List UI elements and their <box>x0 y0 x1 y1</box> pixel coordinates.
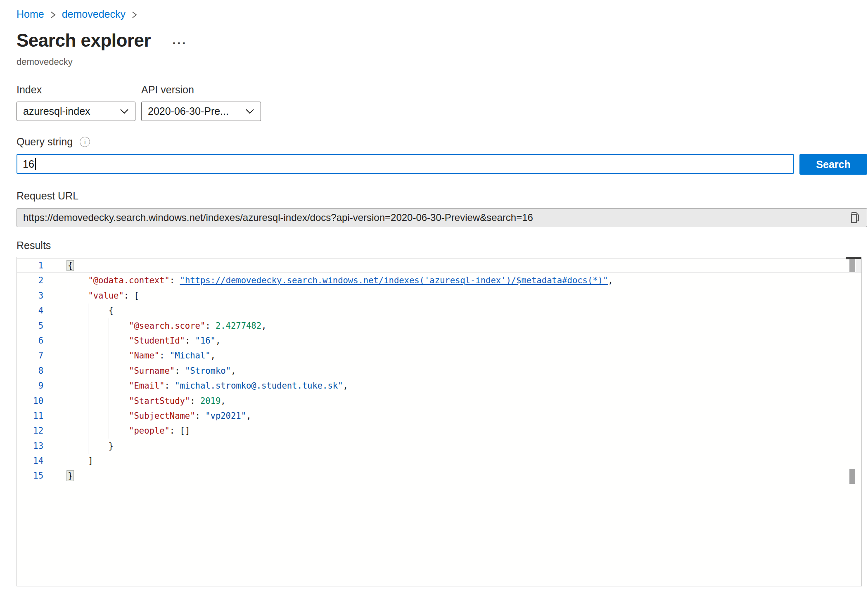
line-number: 11 <box>17 408 43 423</box>
copy-button[interactable] <box>850 211 861 224</box>
line-number: 6 <box>17 333 43 348</box>
code-token-string: "Michal" <box>170 351 211 361</box>
more-menu-icon[interactable]: ··· <box>172 41 187 45</box>
code-token-punct <box>68 366 129 376</box>
code-token-punct: : <box>195 411 206 421</box>
search-explorer-page: Home demovedecky Search explorer ··· dem… <box>0 0 868 586</box>
code-token-punct: , <box>608 275 613 285</box>
code-line: 1{ <box>17 258 861 273</box>
code-line: 11 "SubjectName": "vp2021", <box>17 408 861 423</box>
line-number: 5 <box>17 318 43 333</box>
index-select-value: azuresql-index <box>23 105 90 117</box>
code-line: 3 "value": [ <box>17 288 861 303</box>
code-token-punct <box>68 426 129 436</box>
code-token-key: "SubjectName" <box>129 411 195 421</box>
line-number: 10 <box>17 394 43 408</box>
code-token-punct: : <box>185 336 195 346</box>
api-version-label: API version <box>141 84 261 96</box>
query-section: Query string i 16 Search <box>17 136 867 175</box>
code-token-string: "michal.stromko@.student.tuke.sk" <box>175 381 343 391</box>
code-line: 15} <box>17 468 861 483</box>
line-code: "Surname": "Stromko", <box>43 363 236 378</box>
code-line: 8 "Surname": "Stromko", <box>17 363 861 378</box>
chevron-right-icon <box>50 11 56 19</box>
line-code: "Name": "Michal", <box>43 348 216 363</box>
code-token-key: "Name" <box>129 351 159 361</box>
indent-guide <box>88 304 88 454</box>
line-number: 14 <box>17 453 43 468</box>
api-version-select-value: 2020-06-30-Pre... <box>148 105 229 117</box>
code-token-punct <box>68 291 88 301</box>
code-token-punct: : <box>205 321 216 331</box>
results-section: Results 1{2 "@odata.context": "https://d… <box>17 240 867 586</box>
code-token-key: "value" <box>88 291 123 301</box>
code-token-punct <box>68 275 88 285</box>
index-field: Index azuresql-index <box>17 84 135 121</box>
search-button[interactable]: Search <box>799 154 867 175</box>
code-token-punct <box>68 396 129 406</box>
code-token-punct: { <box>68 306 114 315</box>
index-select[interactable]: azuresql-index <box>17 102 135 121</box>
text-cursor <box>35 158 36 170</box>
request-url-section: Request URL https://demovedecky.search.w… <box>17 190 867 227</box>
code-line: 12 "people": [] <box>17 423 861 438</box>
api-version-select[interactable]: 2020-06-30-Pre... <box>141 102 261 121</box>
code-token-punct: , <box>343 381 348 391</box>
code-token-punct: : <box>170 275 180 285</box>
code-token-punct <box>68 351 129 361</box>
chevron-down-icon <box>120 109 129 114</box>
code-token-string: "vp2021" <box>205 411 246 421</box>
query-input-value: 16 <box>23 158 34 170</box>
code-token-punct: } <box>68 441 114 451</box>
code-token-punct: : <box>159 351 170 361</box>
page-subtitle: demovedecky <box>17 57 867 67</box>
code-line: 6 "StudentId": "16", <box>17 333 861 348</box>
breadcrumb-home-link[interactable]: Home <box>17 8 44 20</box>
index-label: Index <box>17 84 135 96</box>
code-token-key: "@search.score" <box>129 321 205 331</box>
line-code: "StartStudy": 2019, <box>43 394 226 408</box>
code-token-string: "16" <box>195 336 216 346</box>
breadcrumb-demovedecky-link[interactable]: demovedecky <box>62 8 126 20</box>
code-token-punct: : <box>190 396 200 406</box>
info-icon[interactable]: i <box>80 137 90 147</box>
vertical-scrollbar-thumb[interactable] <box>849 259 855 272</box>
code-token-punct <box>68 321 129 331</box>
code-token-punct: , <box>216 336 221 346</box>
code-token-punct: : [] <box>170 426 190 436</box>
indent-guide <box>68 273 68 469</box>
code-token-bracket: } <box>66 470 74 481</box>
line-number: 13 <box>17 439 43 453</box>
code-line: 5 "@search.score": 2.4277482, <box>17 318 861 333</box>
line-code: "@search.score": 2.4277482, <box>43 318 266 333</box>
query-string-label: Query string <box>17 136 73 148</box>
code-token-key: "people" <box>129 426 170 436</box>
code-token-number: 2.4277482 <box>216 321 261 331</box>
index-api-row: Index azuresql-index API version 2020-06… <box>17 84 867 121</box>
results-editor[interactable]: 1{2 "@odata.context": "https://demovedec… <box>17 257 862 586</box>
line-code: ] <box>43 453 93 468</box>
indent-guide <box>109 318 109 439</box>
copy-icon <box>850 211 861 224</box>
line-code: "value": [ <box>43 288 139 303</box>
line-number: 7 <box>17 348 43 363</box>
chevron-right-icon <box>132 11 137 19</box>
line-number: 3 <box>17 288 43 303</box>
code-token-string: "Stromko" <box>185 366 231 376</box>
request-url-field[interactable]: https://demovedecky.search.windows.net/i… <box>17 208 867 227</box>
line-number: 2 <box>17 273 43 288</box>
query-input[interactable]: 16 <box>17 154 794 174</box>
line-code: { <box>43 258 73 273</box>
code-token-punct <box>68 411 129 421</box>
code-token-key: "@odata.context" <box>88 275 169 285</box>
breadcrumb: Home demovedecky <box>17 0 867 20</box>
code-token-punct: , <box>231 366 236 376</box>
code-token-punct: , <box>211 351 216 361</box>
overview-ruler-mark <box>856 259 861 272</box>
line-number: 9 <box>17 378 43 393</box>
code-token-punct: : [ <box>124 291 139 301</box>
line-number: 1 <box>17 258 43 273</box>
code-token-link[interactable]: "https://demovedecky.search.windows.net/… <box>180 275 608 285</box>
code-token-punct <box>68 336 129 346</box>
line-code: "@odata.context": "https://demovedecky.s… <box>43 273 613 288</box>
